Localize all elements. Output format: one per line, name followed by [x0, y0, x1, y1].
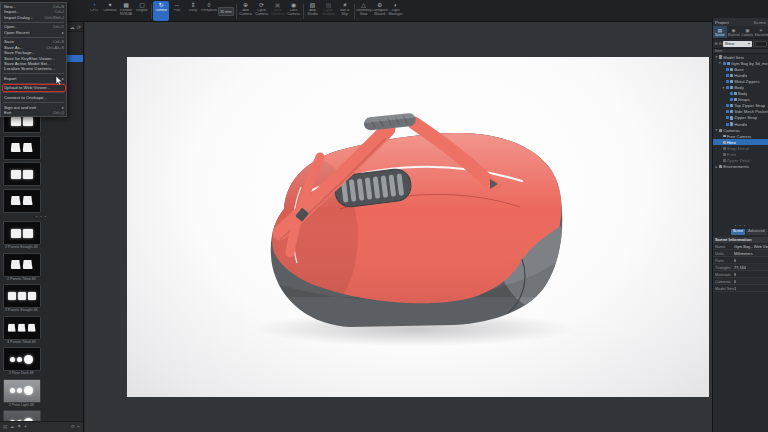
- menu-item-open-recent[interactable]: Open Recent▸: [1, 30, 66, 35]
- toolbar-button-label: Dolly: [185, 9, 201, 13]
- visibility-checkbox[interactable]: [726, 104, 729, 107]
- visibility-checkbox[interactable]: [726, 80, 729, 83]
- expander-icon[interactable]: ▾: [715, 55, 719, 59]
- visibility-checkbox[interactable]: [726, 86, 729, 89]
- tree-item-label: Handle: [734, 73, 747, 78]
- environment-thumbnail-2-panels-straight-4k[interactable]: 2 Panels Straight 4K: [1, 220, 42, 252]
- light-panel-shape: [18, 324, 26, 332]
- environment-thumbnail-item[interactable]: [1, 188, 42, 215]
- environment-thumbnail-2-panels-tilted-4k[interactable]: 2 Panels Tilted 4K: [1, 252, 42, 284]
- lock-camera-button[interactable]: ◉Lock Camera: [286, 1, 302, 21]
- favorites-icon[interactable]: ✦: [24, 424, 28, 430]
- visibility-checkbox[interactable]: [726, 68, 729, 71]
- environment-thumbnail-item[interactable]: [1, 135, 42, 162]
- environment-thumbnail-item[interactable]: [1, 161, 42, 188]
- visibility-checkbox[interactable]: [730, 92, 733, 95]
- toolbar-button-label: Tumble: [153, 9, 169, 13]
- cpu-button[interactable]: ◔CPU: [86, 1, 102, 21]
- tab-scene[interactable]: ▤Scene: [713, 26, 727, 38]
- info-value: 1: [734, 286, 736, 291]
- show-filter-label: Show: [725, 41, 735, 47]
- light-panel-shape: [28, 324, 36, 332]
- menu-item-import-dialog[interactable]: Import Dialog...Ctrl+Shift+I: [1, 15, 66, 20]
- visibility-checkbox[interactable]: [726, 116, 729, 119]
- add-studio-button[interactable]: ▧Add Studio: [305, 1, 321, 21]
- visibility-checkbox[interactable]: [730, 98, 733, 101]
- scene-filter-row: ⊞ ⊟ Show ▾ ⌕: [713, 39, 768, 48]
- flag-icon[interactable]: ⚑: [17, 424, 21, 430]
- camera-icon: [723, 141, 726, 143]
- expand-all-icon[interactable]: ⊞: [715, 41, 718, 46]
- project-tabs: ▤Scene◉Material▣Camera☀Environment: [713, 26, 768, 39]
- info-value: 77,134: [734, 265, 746, 270]
- cycle-studios-button[interactable]: ▨Cycle Studios: [321, 1, 337, 21]
- environment-label: 2 Panels Straight 4K: [3, 245, 41, 250]
- list-icon[interactable]: ≡: [77, 424, 80, 430]
- expander-icon[interactable]: ▾: [718, 61, 722, 65]
- light-panel-shape: [11, 260, 21, 269]
- info-key: Triangles: [713, 265, 734, 270]
- environment-preview: [3, 347, 41, 371]
- dolly-button[interactable]: ⇕Dolly: [185, 1, 201, 21]
- scene-search-input[interactable]: ⌕: [753, 41, 767, 47]
- tree-item-label: Body: [734, 85, 744, 90]
- tree-item-label: Handle: [734, 122, 747, 127]
- sun-sky-icon: ☀: [342, 2, 347, 9]
- perspective-button[interactable]: ◊Perspective: [201, 1, 217, 21]
- environment-thumbnail-2-point-medium-4k[interactable]: 2 Point Medium 4K: [1, 409, 42, 421]
- main-toolbar: ◔CPU✦Denoise▦Render NVIDIA▢Region↻Tumble…: [0, 0, 768, 22]
- cloud-icon[interactable]: ☁: [10, 424, 15, 430]
- environment-thumbnail-3-panels-straight-4k[interactable]: 3 Panels Straight 4K: [1, 283, 42, 315]
- light-panel-shape: [23, 229, 33, 238]
- visibility-checkbox[interactable]: [723, 62, 726, 65]
- save-camera-button[interactable]: ▣Save Camera: [270, 1, 286, 21]
- tree-row-environments[interactable]: ▸Environments: [713, 164, 768, 170]
- expander-icon[interactable]: ▾: [715, 128, 719, 132]
- visibility-checkbox[interactable]: [726, 74, 729, 77]
- sun-sky-button[interactable]: ☀Sun & Sky: [337, 1, 353, 21]
- environment-thumbnail-2-rear-dark-4k[interactable]: 2 Rear Dark 4K: [1, 346, 42, 378]
- collapse-all-icon[interactable]: ⊟: [719, 41, 722, 46]
- refresh-icon[interactable]: ⟳: [77, 24, 81, 30]
- focal-length-value[interactable]: 35 mm: [218, 7, 234, 16]
- environment-thumbnail-3-panels-tilted-4k[interactable]: 3 Panels Tilted 4K: [1, 315, 42, 347]
- folders-icon[interactable]: ▤: [3, 424, 7, 430]
- menu-item-label: Save: [4, 39, 14, 44]
- expander-icon[interactable]: ▸: [715, 165, 719, 169]
- realtime-viewport[interactable]: [85, 22, 712, 432]
- menu-item-upload-to-web-viewer[interactable]: Upload to Web Viewer...: [1, 85, 66, 90]
- cycle-camera-button[interactable]: ⟳Cycle Camera: [254, 1, 270, 21]
- pan-button[interactable]: ⇔Pan: [169, 1, 185, 21]
- expander-icon[interactable]: ▾: [722, 86, 726, 90]
- geometry-view-button[interactable]: △Geometry View: [356, 1, 372, 21]
- subtab-scene[interactable]: Scene: [731, 229, 745, 235]
- tab-camera[interactable]: ▣Camera: [741, 26, 755, 38]
- refresh-icon[interactable]: ⟳: [71, 424, 75, 430]
- subtab-advanced[interactable]: Advanced: [746, 229, 766, 235]
- tree-row-zipper-detail[interactable]: Zipper Detail: [713, 158, 768, 164]
- library-thumbnails[interactable]: • • • 2 Panels Straight 4K2 Panels Tilte…: [0, 108, 83, 421]
- info-value: Gym Bag - Web Viewer: [734, 244, 768, 249]
- add-camera-button[interactable]: ⊕Add Camera: [238, 1, 254, 21]
- tab-environment[interactable]: ☀Environment: [754, 26, 768, 38]
- configurator-wizard-button[interactable]: ⚙Configurator Wizard: [372, 1, 388, 21]
- render-area[interactable]: [127, 57, 709, 397]
- denoise-button[interactable]: ✦Denoise: [102, 1, 118, 21]
- light-manager-button[interactable]: ◐Light Manager: [388, 1, 404, 21]
- environment-thumbnail-2-point-light-4k[interactable]: 2 Point Light 4K: [1, 378, 42, 410]
- light-panel-shape: [11, 229, 21, 238]
- visibility-checkbox[interactable]: [726, 110, 729, 113]
- menu-item-localize-scene-contents[interactable]: Localize Scene Contents...: [1, 66, 66, 71]
- region-button[interactable]: ▢Region: [134, 1, 150, 21]
- show-filter-dropdown[interactable]: Show ▾: [723, 41, 751, 47]
- menu-item-exit[interactable]: ExitCtrl+Q: [1, 110, 66, 115]
- render-nvidia-button[interactable]: ▦Render NVIDIA: [118, 1, 134, 21]
- menu-item-label: Save As...: [4, 45, 23, 50]
- tree-item-label: Straps: [738, 97, 750, 102]
- menu-item-connect-to-onshape[interactable]: Connect to Onshape...: [1, 95, 66, 100]
- cloud-download-icon[interactable]: ☁: [70, 24, 75, 30]
- tumble-button[interactable]: ↻Tumble: [153, 1, 169, 21]
- part-icon: [730, 74, 733, 77]
- visibility-checkbox[interactable]: [726, 123, 729, 126]
- tab-material[interactable]: ◉Material: [727, 26, 741, 38]
